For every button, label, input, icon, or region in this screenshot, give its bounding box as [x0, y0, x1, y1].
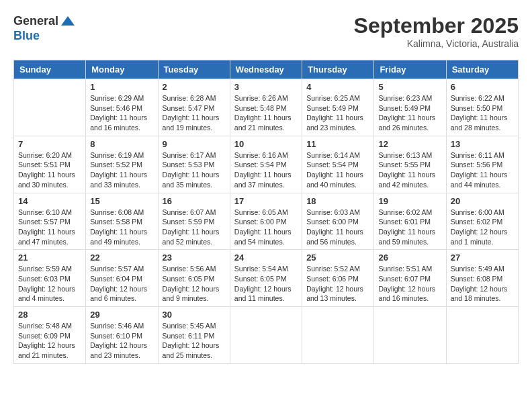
- day-info: Sunrise: 6:05 AM Sunset: 6:00 PM Dayligh…: [234, 208, 298, 247]
- calendar-cell: 16Sunrise: 6:07 AM Sunset: 5:59 PM Dayli…: [158, 193, 230, 250]
- day-info: Sunrise: 6:20 AM Sunset: 5:51 PM Dayligh…: [18, 150, 81, 190]
- calendar-week-row: 14Sunrise: 6:10 AM Sunset: 5:57 PM Dayli…: [14, 193, 519, 250]
- calendar-cell: 7Sunrise: 6:20 AM Sunset: 5:51 PM Daylig…: [14, 136, 86, 193]
- day-number: 6: [451, 82, 514, 92]
- calendar-week-row: 21Sunrise: 5:59 AM Sunset: 6:03 PM Dayli…: [14, 250, 519, 307]
- day-info: Sunrise: 6:26 AM Sunset: 5:48 PM Dayligh…: [234, 93, 298, 133]
- weekday-header-saturday: Saturday: [446, 60, 518, 79]
- calendar-cell: [14, 79, 86, 136]
- page-header: General Blue September 2025 Kalimna, Vic…: [13, 13, 519, 49]
- day-number: 24: [234, 253, 298, 263]
- day-info: Sunrise: 6:07 AM Sunset: 5:59 PM Dayligh…: [163, 208, 226, 247]
- calendar-cell: [230, 307, 302, 364]
- day-number: 2: [163, 82, 226, 92]
- day-number: 22: [90, 253, 153, 263]
- day-info: Sunrise: 6:02 AM Sunset: 6:01 PM Dayligh…: [378, 208, 441, 247]
- calendar-cell: 12Sunrise: 6:13 AM Sunset: 5:55 PM Dayli…: [374, 136, 446, 193]
- calendar-cell: 14Sunrise: 6:10 AM Sunset: 5:57 PM Dayli…: [14, 193, 86, 250]
- calendar-cell: 23Sunrise: 5:56 AM Sunset: 6:05 PM Dayli…: [158, 250, 230, 307]
- calendar-cell: 24Sunrise: 5:54 AM Sunset: 6:05 PM Dayli…: [230, 250, 302, 307]
- calendar-cell: 13Sunrise: 6:11 AM Sunset: 5:56 PM Dayli…: [446, 136, 518, 193]
- calendar-cell: 27Sunrise: 5:49 AM Sunset: 6:08 PM Dayli…: [446, 250, 518, 307]
- location-text: Kalimna, Victoria, Australia: [354, 38, 519, 49]
- day-number: 18: [306, 196, 369, 206]
- calendar-cell: [446, 307, 518, 364]
- day-info: Sunrise: 6:22 AM Sunset: 5:50 PM Dayligh…: [451, 93, 514, 133]
- day-number: 23: [163, 253, 226, 263]
- calendar-week-row: 1Sunrise: 6:29 AM Sunset: 5:46 PM Daylig…: [14, 79, 519, 136]
- svg-marker-0: [61, 16, 75, 26]
- day-info: Sunrise: 5:51 AM Sunset: 6:07 PM Dayligh…: [378, 264, 441, 304]
- logo: General Blue: [13, 13, 76, 43]
- calendar-cell: 1Sunrise: 6:29 AM Sunset: 5:46 PM Daylig…: [86, 79, 158, 136]
- day-info: Sunrise: 6:25 AM Sunset: 5:49 PM Dayligh…: [306, 93, 369, 133]
- day-number: 29: [90, 310, 153, 320]
- day-number: 7: [18, 139, 81, 149]
- calendar-cell: 17Sunrise: 6:05 AM Sunset: 6:00 PM Dayli…: [230, 193, 302, 250]
- day-info: Sunrise: 6:14 AM Sunset: 5:54 PM Dayligh…: [306, 150, 369, 190]
- day-info: Sunrise: 5:49 AM Sunset: 6:08 PM Dayligh…: [451, 264, 514, 304]
- weekday-header-thursday: Thursday: [302, 60, 374, 79]
- calendar-cell: 10Sunrise: 6:16 AM Sunset: 5:54 PM Dayli…: [230, 136, 302, 193]
- day-info: Sunrise: 6:29 AM Sunset: 5:46 PM Dayligh…: [90, 93, 153, 133]
- day-number: 3: [234, 82, 298, 92]
- day-info: Sunrise: 5:57 AM Sunset: 6:04 PM Dayligh…: [90, 264, 153, 304]
- calendar-cell: 9Sunrise: 6:17 AM Sunset: 5:53 PM Daylig…: [158, 136, 230, 193]
- day-info: Sunrise: 6:23 AM Sunset: 5:49 PM Dayligh…: [378, 93, 441, 133]
- calendar-table: SundayMondayTuesdayWednesdayThursdayFrid…: [13, 60, 519, 364]
- day-info: Sunrise: 6:16 AM Sunset: 5:54 PM Dayligh…: [234, 150, 298, 190]
- day-info: Sunrise: 5:46 AM Sunset: 6:10 PM Dayligh…: [90, 321, 153, 361]
- weekday-header-monday: Monday: [86, 60, 158, 79]
- day-number: 25: [306, 253, 369, 263]
- day-info: Sunrise: 5:52 AM Sunset: 6:06 PM Dayligh…: [306, 264, 369, 304]
- day-info: Sunrise: 5:54 AM Sunset: 6:05 PM Dayligh…: [234, 264, 298, 304]
- weekday-header-sunday: Sunday: [14, 60, 86, 79]
- day-info: Sunrise: 6:00 AM Sunset: 6:02 PM Dayligh…: [451, 208, 514, 247]
- calendar-cell: 6Sunrise: 6:22 AM Sunset: 5:50 PM Daylig…: [446, 79, 518, 136]
- calendar-cell: 15Sunrise: 6:08 AM Sunset: 5:58 PM Dayli…: [86, 193, 158, 250]
- calendar-cell: 8Sunrise: 6:19 AM Sunset: 5:52 PM Daylig…: [86, 136, 158, 193]
- title-area: September 2025 Kalimna, Victoria, Austra…: [354, 13, 519, 49]
- day-number: 10: [234, 139, 298, 149]
- day-info: Sunrise: 5:56 AM Sunset: 6:05 PM Dayligh…: [163, 264, 226, 304]
- day-number: 15: [90, 196, 153, 206]
- day-info: Sunrise: 6:13 AM Sunset: 5:55 PM Dayligh…: [378, 150, 441, 190]
- day-number: 1: [90, 82, 153, 92]
- day-info: Sunrise: 6:11 AM Sunset: 5:56 PM Dayligh…: [451, 150, 514, 190]
- day-number: 8: [90, 139, 153, 149]
- calendar-cell: 2Sunrise: 6:28 AM Sunset: 5:47 PM Daylig…: [158, 79, 230, 136]
- day-number: 27: [451, 253, 514, 263]
- weekday-header-tuesday: Tuesday: [158, 60, 230, 79]
- calendar-cell: [302, 307, 374, 364]
- day-number: 30: [163, 310, 226, 320]
- calendar-cell: 11Sunrise: 6:14 AM Sunset: 5:54 PM Dayli…: [302, 136, 374, 193]
- day-info: Sunrise: 6:17 AM Sunset: 5:53 PM Dayligh…: [163, 150, 226, 190]
- logo-icon: [60, 13, 76, 30]
- weekday-header-row: SundayMondayTuesdayWednesdayThursdayFrid…: [14, 60, 519, 79]
- day-info: Sunrise: 6:08 AM Sunset: 5:58 PM Dayligh…: [90, 208, 153, 247]
- calendar-cell: 29Sunrise: 5:46 AM Sunset: 6:10 PM Dayli…: [86, 307, 158, 364]
- day-number: 21: [18, 253, 81, 263]
- day-info: Sunrise: 6:28 AM Sunset: 5:47 PM Dayligh…: [163, 93, 226, 133]
- day-number: 13: [451, 139, 514, 149]
- day-info: Sunrise: 6:10 AM Sunset: 5:57 PM Dayligh…: [18, 208, 81, 247]
- day-info: Sunrise: 5:59 AM Sunset: 6:03 PM Dayligh…: [18, 264, 81, 304]
- day-info: Sunrise: 5:45 AM Sunset: 6:11 PM Dayligh…: [163, 321, 226, 361]
- calendar-cell: 4Sunrise: 6:25 AM Sunset: 5:49 PM Daylig…: [302, 79, 374, 136]
- calendar-cell: 5Sunrise: 6:23 AM Sunset: 5:49 PM Daylig…: [374, 79, 446, 136]
- calendar-cell: [374, 307, 446, 364]
- day-number: 26: [378, 253, 441, 263]
- day-number: 5: [378, 82, 441, 92]
- calendar-cell: 25Sunrise: 5:52 AM Sunset: 6:06 PM Dayli…: [302, 250, 374, 307]
- logo-blue-text: Blue: [13, 30, 76, 43]
- calendar-cell: 22Sunrise: 5:57 AM Sunset: 6:04 PM Dayli…: [86, 250, 158, 307]
- calendar-cell: 19Sunrise: 6:02 AM Sunset: 6:01 PM Dayli…: [374, 193, 446, 250]
- day-info: Sunrise: 6:03 AM Sunset: 6:00 PM Dayligh…: [306, 208, 369, 247]
- day-number: 9: [163, 139, 226, 149]
- calendar-cell: 30Sunrise: 5:45 AM Sunset: 6:11 PM Dayli…: [158, 307, 230, 364]
- day-info: Sunrise: 6:19 AM Sunset: 5:52 PM Dayligh…: [90, 150, 153, 190]
- calendar-week-row: 28Sunrise: 5:48 AM Sunset: 6:09 PM Dayli…: [14, 307, 519, 364]
- day-number: 12: [378, 139, 441, 149]
- calendar-cell: 26Sunrise: 5:51 AM Sunset: 6:07 PM Dayli…: [374, 250, 446, 307]
- calendar-cell: 18Sunrise: 6:03 AM Sunset: 6:00 PM Dayli…: [302, 193, 374, 250]
